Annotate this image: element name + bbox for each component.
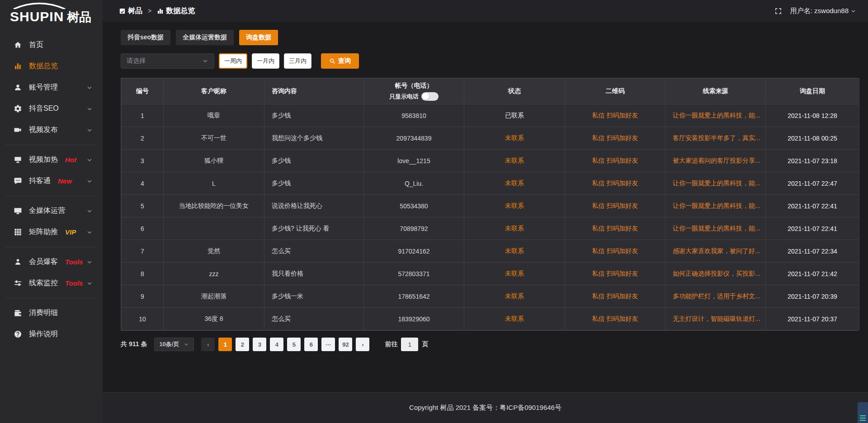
page-size-select[interactable]: 10条/页 — [154, 338, 194, 351]
tab-inquiry-data[interactable]: 询盘数据 — [239, 30, 278, 45]
cell-account: 70898792 — [364, 217, 464, 240]
qr-links[interactable]: 私信 扫码加好友 — [592, 157, 638, 164]
qr-links[interactable]: 私信 扫码加好友 — [592, 225, 638, 232]
next-page-button[interactable]: › — [356, 338, 369, 351]
page-button-5[interactable]: 5 — [287, 338, 301, 351]
table-row: 7觉然怎么买917024162未联系私信 扫码加好友感谢大家喜欢我家，被问了好.… — [122, 240, 859, 263]
qr-links[interactable]: 私信 扫码加好友 — [592, 112, 638, 119]
page-button-92[interactable]: 92 — [339, 338, 352, 351]
source-link[interactable]: 让你一眼就爱上的黑科技，能... — [673, 112, 760, 119]
brand-logo[interactable]: SHUPIN 树品 — [0, 0, 103, 28]
sidebar-item-data-overview[interactable]: 数据总览 — [0, 56, 103, 77]
account-select[interactable]: 请选择 — [121, 53, 214, 69]
breadcrumb-root[interactable]: 树品 — [119, 6, 142, 16]
cell-nickname: 狐小狸 — [164, 150, 264, 172]
chevron-down-icon — [202, 58, 208, 64]
qr-links[interactable]: 私信 扫码加好友 — [592, 179, 638, 187]
cell-qrcode: 私信 扫码加好友 — [565, 195, 665, 217]
qr-links[interactable]: 私信 扫码加好友 — [592, 270, 638, 277]
floating-widget[interactable] — [858, 402, 868, 423]
qr-links[interactable]: 私信 扫码加好友 — [592, 292, 638, 300]
sidebar-item-label: 消费明细 — [29, 308, 58, 318]
qr-links[interactable]: 私信 扫码加好友 — [592, 315, 638, 322]
sidebar-item-consumption-detail[interactable]: 消费明细 — [0, 302, 103, 324]
tab-douyin-seo-data[interactable]: 抖音seo数据 — [121, 30, 170, 45]
sidebar-item-douketong[interactable]: 抖客通New — [0, 170, 103, 192]
cell-nickname — [164, 217, 264, 240]
status-badge: 未联系 — [505, 202, 524, 209]
sidebar-item-member-baoke[interactable]: 会员爆客Tools — [0, 251, 103, 273]
user-menu[interactable]: 用户名: zswodun88 — [790, 7, 856, 15]
source-link[interactable]: 无主灯设计，智能磁吸轨道灯... — [673, 315, 760, 322]
cell-source: 无主灯设计，智能磁吸轨道灯... — [665, 308, 766, 330]
sidebar-item-video-publish[interactable]: 视频发布 — [0, 119, 103, 141]
cell-date: 2021-11-07 23:18 — [766, 150, 859, 172]
search-button[interactable]: 查询 — [321, 53, 359, 69]
page-button-6[interactable]: 6 — [304, 338, 318, 351]
chart-mini-icon — [157, 8, 164, 14]
goto-page-input[interactable] — [401, 338, 418, 351]
phone-only-toggle[interactable] — [421, 92, 439, 101]
page-button-1[interactable]: 1 — [218, 338, 232, 351]
prev-page-button[interactable]: ‹ — [201, 338, 215, 351]
sidebar-item-operation-guide[interactable]: 操作说明 — [0, 324, 103, 345]
brand-logo-cn: 树品 — [67, 11, 91, 24]
qr-links[interactable]: 私信 扫码加好友 — [592, 247, 638, 254]
period-three-months[interactable]: 三月内 — [284, 53, 311, 69]
cell-date: 2021-11-07 20:39 — [766, 285, 859, 308]
chevron-down-icon — [86, 106, 93, 112]
cell-qrcode: 私信 扫码加好友 — [565, 104, 665, 127]
period-one-month[interactable]: 一月内 — [252, 53, 279, 69]
status-badge: 已联系 — [505, 112, 524, 119]
sidebar-item-account-management[interactable]: 账号管理 — [0, 77, 103, 98]
chevron-down-icon — [86, 259, 93, 265]
search-icon — [329, 58, 335, 64]
page-button-3[interactable]: 3 — [253, 338, 266, 351]
cell-no: 6 — [122, 217, 164, 240]
source-link[interactable]: 让你一眼就爱上的黑科技，能... — [673, 225, 760, 232]
sidebar-item-video-heating[interactable]: 视频加热Hot — [0, 149, 103, 170]
cell-date: 2021-11-07 20:37 — [766, 308, 859, 330]
content: 抖音seo数据全媒体运营数据询盘数据 请选择 一周内一月内三月内 查询 — [103, 22, 868, 423]
cell-no: 4 — [122, 172, 164, 195]
cell-nickname: L — [164, 172, 264, 195]
badge-new: New — [58, 177, 72, 185]
sidebar-item-douyin-seo[interactable]: 抖音SEO — [0, 98, 103, 119]
source-link[interactable]: 如何正确选择投影仪，买投影... — [673, 270, 760, 277]
qr-links[interactable]: 私信 扫码加好友 — [592, 134, 638, 141]
sidebar-item-media-operation[interactable]: 全媒体运营 — [0, 200, 103, 221]
sidebar-item-matrix-boost[interactable]: 矩阵助推VIP — [0, 221, 103, 243]
source-link[interactable]: 被大家追着问的客厅投影分享... — [673, 157, 760, 164]
cell-content: 我只看价格 — [264, 263, 364, 285]
phone-toggle-label: 只显示电话 — [389, 93, 419, 101]
app-root: SHUPIN 树品 首页数据总览账号管理抖音SEO视频发布视频加热Hot抖客通N… — [0, 0, 868, 423]
cell-nickname: zzz — [164, 263, 264, 285]
chevron-down-icon — [86, 208, 93, 214]
sidebar-item-clue-monitor[interactable]: 线索监控Tools — [0, 273, 103, 294]
source-link[interactable]: 让你一眼就爱上的黑科技，能... — [673, 179, 760, 187]
page-button-4[interactable]: 4 — [270, 338, 283, 351]
source-link[interactable]: 感谢大家喜欢我家，被问了好... — [673, 247, 760, 254]
cell-no: 7 — [122, 240, 164, 263]
source-link[interactable]: 多功能护栏灯，适用于乡村文... — [673, 292, 760, 300]
status-badge: 未联系 — [505, 315, 524, 322]
source-link[interactable]: 让你一眼就爱上的黑科技，能... — [673, 202, 760, 209]
chevron-down-icon — [184, 342, 189, 347]
wallet-icon — [14, 309, 22, 317]
chevron-down-icon — [86, 178, 93, 184]
qr-links[interactable]: 私信 扫码加好友 — [592, 202, 638, 209]
page-button-2[interactable]: 2 — [236, 338, 249, 351]
search-button-label: 查询 — [338, 57, 351, 65]
cell-date: 2021-11-07 22:47 — [766, 172, 859, 195]
fullscreen-icon[interactable] — [774, 7, 782, 15]
page-ellipsis[interactable]: ··· — [321, 338, 335, 351]
gear-icon — [14, 104, 22, 113]
sidebar-item-home[interactable]: 首页 — [0, 34, 103, 56]
chevron-down-icon — [86, 127, 93, 133]
period-one-week[interactable]: 一周内 — [219, 53, 247, 69]
tab-media-operation-data[interactable]: 全媒体运营数据 — [176, 30, 234, 45]
username-label: 用户名: zswodun88 — [790, 7, 849, 15]
cell-date: 2021-11-08 00:25 — [766, 127, 859, 150]
source-link[interactable]: 客厅安装投影半年多了，真实... — [673, 134, 760, 141]
cell-status: 未联系 — [464, 308, 565, 330]
